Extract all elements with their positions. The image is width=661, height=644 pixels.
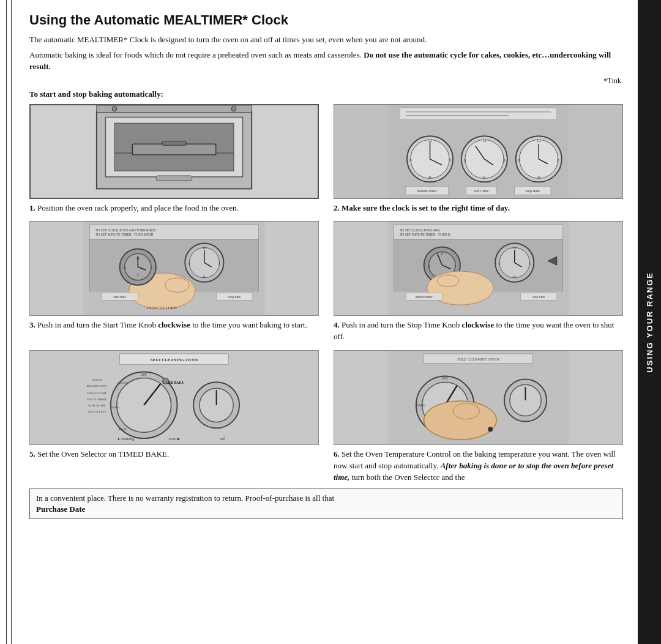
page-title: Using the Automatic MEALTIMER* Clock [29,12,623,28]
svg-text:TO SET CLOCK PUSH AND TURN KNO: TO SET CLOCK PUSH AND TURN KNOB [95,228,156,232]
step-2-number: 2. [334,203,340,212]
main-content: Using the Automatic MEALTIMER* Clock The… [17,0,638,644]
svg-text:12: 12 [513,247,517,250]
sidebar-text: Using Your Range [645,272,654,373]
svg-text:6: 6 [537,174,540,179]
svg-rect-5 [162,141,186,145]
step-5-text-normal: Set the Oven Selector on TIMED BAKE. [35,449,170,459]
svg-text:6: 6 [513,275,515,279]
step-1-text: 1. Position the oven rack properly, and … [29,203,319,214]
svg-text:start time: start time [114,296,127,299]
bottom-text-normal: In a convenient place. There is no warra… [36,493,334,503]
step-4-block: TO SET CLOCK PUSH AND TO SET MINUTE TIME… [334,221,623,343]
svg-text:start time: start time [474,189,488,193]
svg-point-50 [165,278,189,293]
step-6-text-normal2: turn both the Oven Selector and the [349,473,465,482]
intro-para2-normal: Automatic baking is ideal for foods whic… [29,50,364,59]
svg-text:stop time: stop time [532,296,545,299]
svg-text:TO SET MINUTE TIMER - TURN KNO: TO SET MINUTE TIMER - TURN KNOB [95,233,154,236]
svg-text:9: 9 [189,262,190,266]
svg-point-8 [112,106,117,111]
step-2-text-bold: Make sure the clock is set to the right … [342,203,510,212]
svg-text:VER TO BROIL: VER TO BROIL [86,398,106,401]
step-4-text-normal: Push in and turn the Stop Time Knob [340,320,462,329]
svg-rect-4 [132,144,215,155]
svg-text:minute timer: minute timer [416,296,433,299]
step-3-text: 3. Push in and turn the Start Time Knob … [29,320,319,331]
svg-text:9: 9 [409,157,412,162]
step-4-image: TO SET CLOCK PUSH AND TO SET MINUTE TIME… [334,221,623,316]
step-6-text: 6. Set the Oven Temperature Control on t… [334,449,623,484]
svg-text:9: 9 [124,266,125,270]
bottom-section: In a convenient place. There is no warra… [29,489,623,519]
svg-rect-7 [97,105,252,113]
svg-text:12: 12 [203,247,206,250]
left-margin [0,0,17,644]
svg-text:IGHT IS OFF: IGHT IS OFF [88,404,105,407]
step-1-text-normal: Position the oven rack properly, and pla… [35,203,239,212]
step-6-block: SELF CLEANING OVEN OFF BAKE [334,350,623,484]
step-4-text-bold: clockwise [461,320,494,329]
step-5-block: SELF CLEANING OVEN OFF CLEAN BAKE BROIL … [29,350,319,484]
steps-grid: 1. Position the oven rack properly, and … [29,104,623,484]
svg-text:VEN TO LEFT: VEN TO LEFT [88,410,106,413]
svg-text:SELF CLEANING OVEN: SELF CLEANING OVEN [151,358,198,362]
svg-text:stop time: stop time [228,296,241,299]
svg-text:oven ■: oven ■ [169,436,180,441]
page-container: Using the Automatic MEALTIMER* Clock The… [0,0,661,644]
margin-line-2 [11,0,12,644]
svg-text:CYCLE START: CYCLE START [87,392,106,395]
svg-point-110 [163,378,169,384]
margin-line-1 [6,0,7,644]
step-3-text-normal: Push in and turn the Start Time Knob [35,320,158,329]
svg-text:TO SET MINUTE TIMER - TURN K: TO SET MINUTE TIMER - TURN K [400,233,450,236]
step-5-number: 5. [29,449,35,459]
svg-text:stop time: stop time [526,189,540,193]
step-4-number: 4. [334,320,340,329]
step-3-image: TO SET CLOCK PUSH AND TURN KNOB TO SET M… [29,221,319,316]
svg-point-9 [231,106,236,111]
step-1-image [29,104,319,199]
svg-text:SELF CLEANING OVEN: SELF CLEANING OVEN [457,357,499,361]
svg-text:12: 12 [537,138,541,143]
svg-text:CYCLE: CYCLE [92,378,102,381]
svg-text:2: 2 [151,266,152,270]
step-5-text: 5. Set the Oven Selector on TIMED BAKE. [29,449,319,460]
step-3-number: 3. [29,320,35,329]
svg-text:● cleaning: ● cleaning [118,436,135,441]
step-5-image: SELF CLEANING OVEN OFF CLEAN BAKE BROIL … [29,350,319,445]
svg-text:OFF: OFF [442,376,449,380]
svg-text:CLEAN: CLEAN [118,381,128,384]
step-2-image: 12 6 9 3 12 6 9 3 [334,104,623,199]
tmk-note: *Tmk. [29,77,623,86]
step-2-block: 12 6 9 3 12 6 9 3 [334,104,623,214]
svg-text:3: 3 [557,157,559,162]
step-6-number: 6. [334,449,340,459]
step-4-text: 4. Push in and turn the Stop Time Knob c… [334,320,623,343]
svg-rect-6 [156,175,192,180]
svg-text:5: 5 [137,273,139,277]
svg-text:3: 3 [449,157,451,162]
svg-text:9: 9 [518,157,521,162]
svg-text:BAKE: BAKE [416,403,425,407]
intro-para2: Automatic baking is ideal for foods whic… [29,50,623,73]
bottom-text: In a convenient place. There is no warra… [36,493,616,504]
step-3-text-normal2: to the time you want baking to start. [190,320,307,329]
section-heading: To start and stop baking automatically: [29,89,623,99]
svg-text:6: 6 [429,174,431,179]
purchase-date-label: Purchase Date [36,504,616,515]
svg-text:3: 3 [218,262,220,266]
svg-text:9: 9 [499,262,501,266]
step-1-block: 1. Position the oven rack properly, and … [29,104,319,214]
svg-text:9: 9 [428,264,430,268]
svg-text:9: 9 [464,157,466,162]
svg-text:TO SET CLOCK PUSH AND: TO SET CLOCK PUSH AND [400,228,440,232]
right-sidebar: Using Your Range [638,0,661,644]
svg-text:3: 3 [529,262,531,266]
step-3-text-bold: clockwise [158,320,190,329]
step-6-image: SELF CLEANING OVEN OFF BAKE [334,350,623,445]
svg-text:minute timer: minute timer [417,189,438,193]
svg-text:BR AND OVEN: BR AND OVEN [87,384,108,388]
svg-text:PUSH TO TURN: PUSH TO TURN [147,306,177,310]
svg-text:BROIL: BROIL [118,428,127,431]
